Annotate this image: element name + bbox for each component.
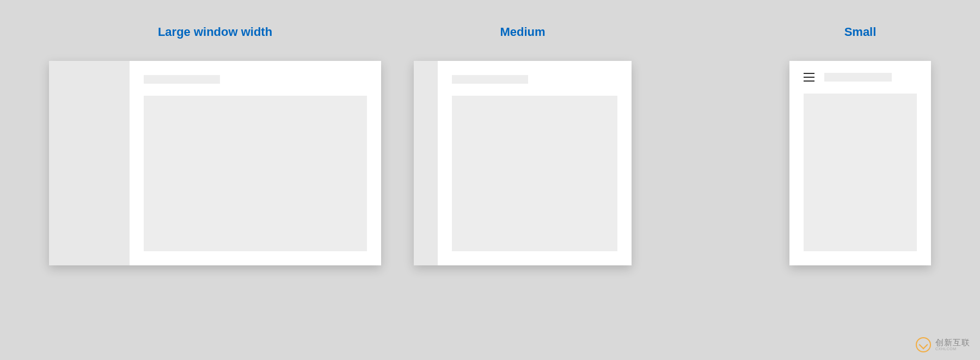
window-small xyxy=(789,61,931,265)
content-placeholder xyxy=(144,96,367,251)
window-large xyxy=(49,61,381,265)
window-medium xyxy=(414,61,632,265)
responsive-layout-diagram: Large window width Medium Small xyxy=(49,26,931,265)
watermark-text: 创新互联 CXHLCOM xyxy=(935,338,970,351)
label-medium: Medium xyxy=(500,26,545,38)
content-area xyxy=(130,61,381,265)
label-large: Large window width xyxy=(158,26,272,38)
content-area xyxy=(438,61,632,265)
nav-pane-expanded xyxy=(49,61,130,265)
content-placeholder xyxy=(804,94,917,251)
header-row xyxy=(804,73,917,82)
title-placeholder xyxy=(824,73,892,82)
content-area xyxy=(789,61,931,265)
layout-small: Small xyxy=(789,26,931,265)
hamburger-icon[interactable] xyxy=(804,73,814,82)
watermark-logo-icon xyxy=(916,337,931,352)
layout-medium: Medium xyxy=(414,26,632,265)
watermark-sub: CXHLCOM xyxy=(935,347,970,351)
title-placeholder xyxy=(452,75,528,84)
label-small: Small xyxy=(844,26,877,38)
watermark-brand: 创新互联 xyxy=(935,338,970,347)
title-placeholder xyxy=(144,75,220,84)
watermark: 创新互联 CXHLCOM xyxy=(916,337,970,352)
layout-large: Large window width xyxy=(49,26,381,265)
content-placeholder xyxy=(452,96,617,251)
nav-pane-compact xyxy=(414,61,438,265)
